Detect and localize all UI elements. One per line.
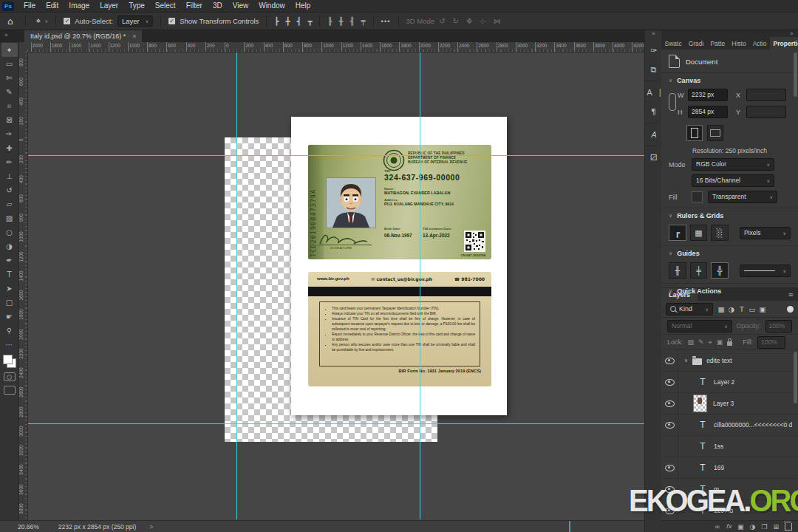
lock-artboard-icon[interactable]: ▣ <box>717 338 723 346</box>
move-tool-icon[interactable]: ⌖ <box>33 16 44 26</box>
filter-kind-select[interactable]: Kind ∨ <box>666 303 713 316</box>
align-right-icon[interactable]: ┫ <box>296 17 301 25</box>
blur-tool[interactable]: ○ <box>1 225 18 239</box>
distribute-left-icon[interactable]: ╟ <box>327 17 332 25</box>
glyphs-panel-icon[interactable]: 𝐴 <box>645 125 662 144</box>
hand-tool[interactable]: ☛ <box>1 310 18 324</box>
menu-item-help[interactable]: Help <box>290 0 316 12</box>
eraser-tool[interactable]: ▱ <box>1 197 18 211</box>
pen-tool[interactable]: ✒ <box>1 253 18 267</box>
visibility-eye-icon[interactable] <box>661 415 678 435</box>
visibility-empty[interactable] <box>661 436 678 457</box>
new-group-icon[interactable]: ❐ <box>761 523 767 531</box>
lock-guides-button[interactable]: ╪ <box>690 262 708 279</box>
bit-depth-select[interactable]: 16 Bits/Channel∨ <box>692 174 774 187</box>
menu-item-window[interactable]: Window <box>253 0 290 12</box>
edit-toolbar[interactable]: ⋯ <box>1 338 18 352</box>
rulers-grids-header[interactable]: ∨ Rulers & Grids <box>669 212 791 219</box>
layer-row[interactable]: ∨edite text <box>661 350 798 372</box>
filter-toggle[interactable] <box>787 306 794 313</box>
lock-position-icon[interactable]: ⌖ <box>709 338 712 347</box>
id-card-front[interactable]: TCD20190847379A <box>308 145 491 259</box>
menu-item-3d[interactable]: 3D <box>208 0 228 12</box>
chevron-down-icon[interactable]: ∨ <box>45 18 48 24</box>
home-icon[interactable]: ⌂ <box>3 16 18 27</box>
visibility-eye-icon[interactable] <box>661 372 678 392</box>
auto-select-target-dropdown[interactable]: Layer∨ <box>117 16 153 27</box>
zoom-tool[interactable]: ⚲ <box>1 324 18 338</box>
more-options-icon[interactable]: ••• <box>381 17 391 25</box>
tab-gradi[interactable]: Gradi <box>685 37 707 50</box>
align-top-icon[interactable]: ┳ <box>307 17 312 25</box>
lock-paint-icon[interactable]: ✎ <box>698 338 704 346</box>
lasso-tool[interactable]: ✄ <box>1 71 18 85</box>
canvas-section-header[interactable]: ∨ Canvas <box>669 77 791 84</box>
align-center-h-icon[interactable]: ╋ <box>285 17 290 25</box>
layer-name[interactable]: 1ss <box>714 443 723 450</box>
history-brush-tool[interactable]: ↺ <box>1 183 18 197</box>
brush-tool[interactable]: ✏ <box>1 155 18 169</box>
brush-settings-icon[interactable]: ✑ <box>645 41 662 60</box>
edit-guides-button[interactable]: ╬ <box>711 262 729 279</box>
link-dimensions-icon[interactable] <box>669 93 676 111</box>
quick-mask-button[interactable] <box>4 372 16 381</box>
blend-mode-select[interactable]: Normal∨ <box>667 320 732 332</box>
link-layers-icon[interactable]: ∞ <box>715 523 720 531</box>
new-layer-icon[interactable]: ⊞ <box>773 523 779 531</box>
close-icon[interactable]: × <box>132 33 136 40</box>
delete-layer-icon[interactable] <box>785 523 792 531</box>
status-chevron-icon[interactable]: > <box>149 523 153 531</box>
paragraph-panel-icon[interactable]: ¶ <box>645 102 662 121</box>
eyedropper-tool[interactable]: ✑ <box>1 127 18 141</box>
crop-tool[interactable]: ⌗ <box>1 99 18 113</box>
layer-row[interactable]: Tcilla0000000...<<<<<<<<0 d <box>661 415 798 436</box>
collapse-panels-icon[interactable]: » <box>652 30 655 41</box>
menu-item-view[interactable]: View <box>228 0 254 12</box>
tab-properties[interactable]: Properties <box>770 37 798 50</box>
ruler-units-select[interactable]: Pixels∨ <box>740 227 791 239</box>
type-layer-icon[interactable]: T <box>698 441 708 451</box>
horizontal-guide[interactable] <box>28 423 644 424</box>
add-mask-icon[interactable]: ▣ <box>737 523 744 531</box>
auto-select-checkbox[interactable]: ✓ <box>64 18 70 24</box>
distribute-right-icon[interactable]: ╢ <box>350 17 355 25</box>
visibility-eye-icon[interactable] <box>661 457 678 478</box>
quick-actions-header[interactable]: ∨ Quick Actions <box>669 287 791 295</box>
character-panel-icon[interactable]: A⎹ <box>645 83 662 102</box>
clone-source-icon[interactable]: ⧉ <box>645 60 662 79</box>
filter-pixel-layers-icon[interactable]: ▦ <box>716 305 726 313</box>
distribute-vertical-icon[interactable]: ╤ <box>361 17 366 25</box>
layer-row[interactable]: T1ss <box>661 436 798 457</box>
show-transform-checkbox[interactable]: ✓ <box>168 18 175 24</box>
toggle-rulers-button[interactable]: ┏ <box>669 225 686 241</box>
toggle-pixel-grid-button[interactable]: ░ <box>711 225 729 241</box>
canvas-area[interactable]: 2000180016001400120010008006004002000200… <box>18 42 644 521</box>
document-tab[interactable]: Italy id.psd @ 20.7% (RGB/16) * × <box>24 30 142 42</box>
marquee-tool[interactable]: ▭ <box>1 57 18 71</box>
landscape-orientation-button[interactable] <box>707 125 723 141</box>
gradient-tool[interactable]: ▨ <box>1 211 18 225</box>
tab-swatc[interactable]: Swatc <box>661 37 685 50</box>
height-field[interactable]: 2854 px <box>688 106 728 118</box>
layers-scrollbar[interactable] <box>794 352 797 403</box>
3d-zoom-icon[interactable]: ⋈ <box>494 17 501 25</box>
menu-item-edit[interactable]: Edit <box>41 0 64 12</box>
layer-row[interactable]: Layer 3 <box>661 393 798 415</box>
object-selection-tool[interactable]: ✎ <box>1 85 18 99</box>
3d-pan-icon[interactable]: ✥ <box>466 17 472 25</box>
horizontal-guide[interactable] <box>28 155 644 156</box>
collapse-dock-icon[interactable]: » <box>790 30 794 37</box>
menu-item-select[interactable]: Select <box>150 0 181 12</box>
type-layer-icon[interactable]: T <box>698 377 708 387</box>
color-mode-select[interactable]: RGB Color∨ <box>692 158 774 171</box>
layer-name[interactable]: 169 <box>714 464 724 471</box>
panel-scrollbar[interactable] <box>794 52 797 97</box>
distribute-center-icon[interactable]: ╫ <box>339 17 344 25</box>
menu-item-file[interactable]: File <box>18 0 41 12</box>
clone-stamp-tool[interactable]: ⊥ <box>1 169 18 183</box>
type-layer-icon[interactable]: T <box>698 463 708 473</box>
type-tool[interactable]: T <box>1 267 18 282</box>
foreground-color-swatch[interactable] <box>3 355 13 364</box>
layer-name[interactable]: Layer 3 <box>713 400 734 407</box>
adjustment-layer-icon[interactable]: ◑ <box>750 523 756 531</box>
